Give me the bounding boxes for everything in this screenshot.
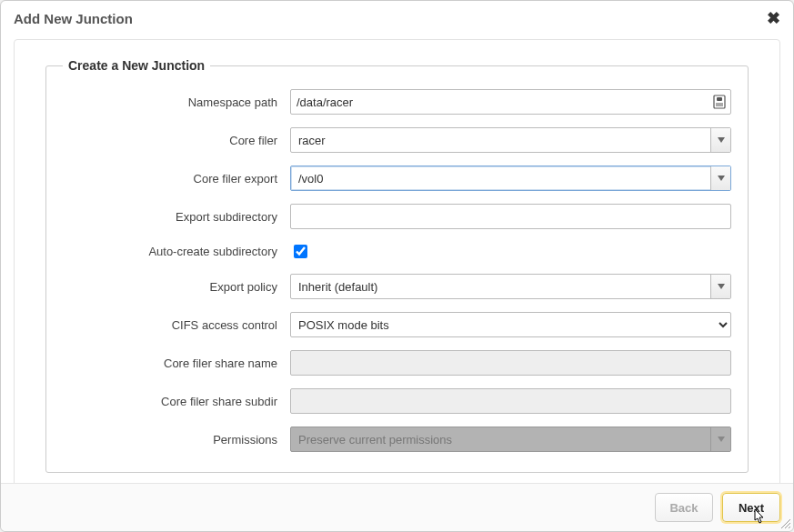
label-core-filer: Core filer — [63, 134, 290, 147]
chevron-down-icon — [710, 128, 730, 152]
permissions-select: Preserve current permissions — [290, 427, 731, 452]
cifs-access-select[interactable]: POSIX mode bits — [290, 312, 731, 337]
close-icon[interactable]: ✖ — [767, 10, 780, 26]
dialog-body: Create a New Junction Namespace path Cor… — [1, 35, 793, 483]
label-namespace-path: Namespace path — [63, 95, 290, 109]
chevron-down-icon — [710, 275, 730, 298]
label-export-subdir: Export subdirectory — [63, 210, 290, 224]
resize-grip-icon[interactable] — [779, 517, 791, 529]
label-export-policy: Export policy — [63, 280, 290, 294]
label-share-subdir: Core filer share subdir — [63, 395, 290, 408]
next-button[interactable]: Next — [722, 493, 780, 522]
export-policy-select[interactable]: Inherit (default) — [290, 274, 731, 299]
core-filer-export-select[interactable]: /vol0 — [290, 166, 731, 191]
dialog-header: Add New Junction ✖ — [1, 1, 793, 35]
add-junction-dialog: Add New Junction ✖ Create a New Junction… — [0, 0, 794, 532]
create-junction-fieldset: Create a New Junction Namespace path Cor… — [45, 58, 749, 473]
back-button[interactable]: Back — [655, 493, 713, 522]
export-subdir-input[interactable] — [290, 204, 731, 229]
dialog-footer: Back Next — [1, 483, 793, 531]
label-share-name: Core filer share name — [63, 356, 290, 370]
label-auto-create: Auto-create subdirectory — [63, 245, 290, 258]
namespace-path-input[interactable] — [290, 89, 731, 115]
chevron-down-icon — [710, 166, 730, 190]
label-permissions: Permissions — [63, 433, 290, 447]
fieldset-legend: Create a New Junction — [63, 58, 210, 73]
share-name-input — [290, 350, 731, 376]
core-filer-select[interactable]: racer — [290, 127, 731, 153]
dialog-title: Add New Junction — [14, 11, 133, 26]
svg-line-6 — [789, 527, 790, 528]
chevron-down-icon — [710, 427, 730, 451]
share-subdir-input — [290, 388, 731, 414]
label-cifs-access: CIFS access control — [63, 318, 290, 332]
auto-create-checkbox[interactable] — [294, 245, 307, 258]
label-core-filer-export: Core filer export — [63, 172, 290, 186]
